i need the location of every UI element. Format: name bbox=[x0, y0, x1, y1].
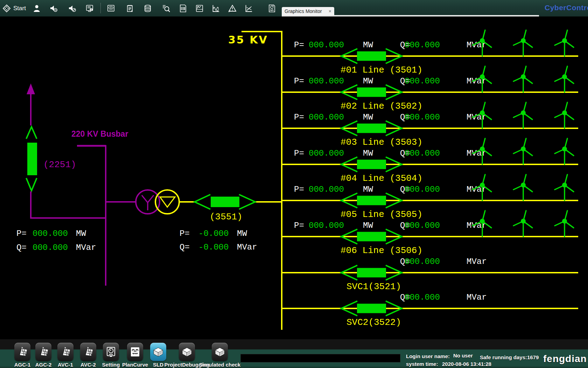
feeder-row: Q=000.000MVarSVC2(3522) bbox=[282, 293, 578, 328]
bus-35kv: 35 KV bbox=[228, 31, 282, 330]
cube-icon bbox=[152, 346, 164, 358]
feeder-label: #01 Line (3501) bbox=[341, 65, 422, 75]
feeder-q-value: 000.000 bbox=[405, 221, 440, 230]
feeder-p-unit: MW bbox=[363, 185, 373, 194]
wind-turbine-icon bbox=[555, 211, 574, 237]
taskbar-item-plancurve[interactable] bbox=[127, 343, 143, 361]
system-time-value: 2020-08-06 13:41:28 bbox=[442, 361, 491, 367]
tab-close-icon[interactable]: × bbox=[329, 8, 331, 14]
bus-35kv-label: 35 KV bbox=[228, 34, 268, 46]
safe-days-label: Safe running days: bbox=[480, 354, 527, 360]
feeder-q-unit: MVar bbox=[467, 293, 487, 302]
flow-arrow-icon bbox=[27, 83, 35, 94]
taskbar-item-avc-2[interactable] bbox=[80, 343, 96, 361]
feeder-label: SVC1(3521) bbox=[346, 281, 401, 292]
feeder-p-value: 000.000 bbox=[309, 40, 344, 50]
tx-q-value: -0.000 bbox=[198, 243, 229, 252]
command-input-bar[interactable] bbox=[240, 354, 400, 362]
feeder-row: P=000.000MWQ=000.000MVar#05 Line (3505) bbox=[282, 175, 578, 220]
feeder-row: Q=000.000MVarSVC1(3521) bbox=[282, 257, 578, 292]
feeder-q-value: 000.000 bbox=[405, 76, 440, 86]
taskbar-item-setting[interactable] bbox=[103, 343, 119, 361]
taskbar-item-avc-1[interactable] bbox=[57, 343, 74, 361]
application-window: 220 KV Busbar (2251) P= 000.000 MW Q= 00… bbox=[0, 0, 588, 368]
tx-p-unit: MW bbox=[237, 229, 247, 238]
monitor-eye-icon[interactable] bbox=[106, 3, 116, 14]
notepad-icon[interactable] bbox=[125, 3, 135, 14]
start-label: Start bbox=[13, 5, 26, 12]
doc-barcode-icon[interactable] bbox=[178, 3, 188, 14]
hv-p-label: P= bbox=[16, 229, 27, 238]
transformer-symbol[interactable] bbox=[136, 190, 179, 214]
taskbar-item-agc-1[interactable] bbox=[14, 343, 30, 361]
feeder-p-label: P= bbox=[294, 221, 304, 230]
feeder-p-unit: MW bbox=[363, 221, 373, 230]
wind-turbine-icon bbox=[555, 138, 574, 164]
speaker-mute-icon[interactable] bbox=[67, 3, 77, 14]
taskbar-item-simulated-check[interactable] bbox=[212, 343, 228, 361]
feeder-p-unit: MW bbox=[363, 113, 373, 122]
wind-turbine-icon bbox=[513, 175, 532, 200]
warning-edit-icon[interactable] bbox=[227, 3, 238, 14]
hv-p-unit: MW bbox=[76, 229, 86, 238]
tx-p-label: P= bbox=[180, 229, 190, 238]
taskbar-item-sld[interactable] bbox=[150, 343, 166, 361]
feeder-p-unit: MW bbox=[363, 149, 373, 158]
wind-turbine-icon bbox=[513, 30, 532, 56]
solar-panel-icon bbox=[82, 346, 94, 358]
cube-icon bbox=[214, 346, 226, 358]
hv-q-label: Q= bbox=[16, 243, 27, 252]
tx-q-label: Q= bbox=[180, 243, 190, 252]
feeder-p-value: 000.000 bbox=[309, 149, 344, 158]
feeder-row: P=000.000MWQ=000.000MVar#03 Line (3503) bbox=[282, 102, 578, 148]
start-button[interactable]: Start bbox=[2, 3, 26, 14]
feeder-p-value: 000.000 bbox=[309, 221, 344, 230]
breaker-3551-label: (3551) bbox=[210, 212, 243, 222]
feeder-row: P=000.000MWQ=000.000MVar#04 Line (3504) bbox=[282, 138, 578, 184]
database-icon[interactable] bbox=[142, 3, 153, 14]
feeder-label: #06 Line (3506) bbox=[341, 245, 422, 256]
taskbar-item-projectdebugging[interactable] bbox=[179, 343, 195, 361]
feeder-label: SVC2(3522) bbox=[346, 317, 401, 328]
feeder-q-value: 000.000 bbox=[405, 293, 440, 302]
monitor-gauge-icon bbox=[105, 346, 117, 358]
feeder-p-unit: MW bbox=[363, 76, 373, 86]
waveform-icon[interactable] bbox=[211, 3, 221, 14]
breaker-2251-chevron-bottom bbox=[26, 178, 37, 191]
speaker-alert-icon[interactable] bbox=[48, 3, 59, 14]
feeder-p-label: P= bbox=[294, 149, 304, 158]
wind-turbine-icon bbox=[555, 66, 574, 92]
feeder-p-label: P= bbox=[294, 113, 304, 122]
search-icon[interactable] bbox=[161, 3, 172, 14]
feeder-p-value: 000.000 bbox=[309, 76, 344, 86]
feeder-p-unit: MW bbox=[363, 40, 373, 50]
toolbar-separator bbox=[100, 3, 101, 13]
safe-days-value: 1679 bbox=[527, 354, 539, 360]
wind-turbine-icon bbox=[555, 30, 574, 56]
feeder-q-value: 000.000 bbox=[405, 257, 440, 266]
taskbar: AGC-1AGC-2AVC-1AVC-2SettingPlanCurveSLDP… bbox=[0, 339, 588, 368]
tx-p-value: -0.000 bbox=[198, 229, 229, 238]
taskbar-item-agc-2[interactable] bbox=[35, 343, 51, 361]
wind-turbine-icon bbox=[513, 66, 532, 92]
chart-scatter-icon[interactable] bbox=[244, 3, 254, 14]
feeder-row: P=000.000MWQ=000.000MVar#06 Line (3506) bbox=[282, 211, 578, 256]
chart-image-icon[interactable] bbox=[194, 3, 205, 14]
feeder-q-value: 000.000 bbox=[405, 40, 440, 50]
app-brand: CyberControl bbox=[545, 4, 588, 12]
wind-turbine-icon bbox=[513, 102, 532, 128]
monitor-alert-icon[interactable] bbox=[84, 3, 95, 14]
breaker-3551[interactable] bbox=[195, 195, 255, 209]
feeder-row: P=000.000MWQ=000.000MVar#02 Line (3502) bbox=[282, 66, 578, 111]
feeder-label: #04 Line (3504) bbox=[341, 173, 422, 184]
feeder-p-value: 000.000 bbox=[309, 185, 344, 194]
tab-graphics-monitor[interactable]: Graphics Monitor × bbox=[282, 7, 334, 15]
solar-panel-icon bbox=[37, 346, 49, 358]
user-icon[interactable] bbox=[31, 3, 42, 14]
feeder-row: P=000.000MWQ=000.000MVar#01 Line (3501) bbox=[282, 30, 578, 75]
breaker-2251-chevron-top bbox=[26, 127, 37, 139]
feeder-p-label: P= bbox=[294, 185, 304, 194]
feeder-label: #02 Line (3502) bbox=[341, 101, 422, 111]
breaker-2251[interactable] bbox=[27, 143, 37, 175]
doc-sync-icon[interactable] bbox=[267, 3, 277, 14]
